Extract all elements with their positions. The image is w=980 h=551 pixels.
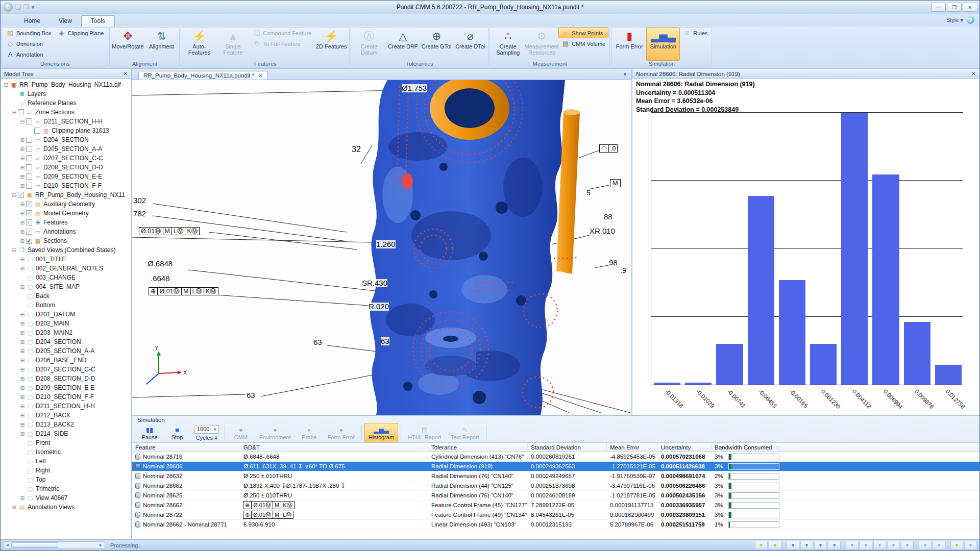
cycles-combobox[interactable]: 1000▾ (194, 425, 219, 434)
expand-icon[interactable]: ⊞ (19, 311, 26, 318)
table-row[interactable]: Nominal 28625Ø.250 ±.010THRURadial Dimen… (132, 491, 979, 500)
close-button[interactable]: ✕ (963, 3, 977, 12)
table-row[interactable]: Nominal 28716Ø.6848-.6648Cylindrical Dim… (132, 452, 979, 462)
annotation-button[interactable]: AAnnotation (3, 49, 55, 60)
curve-filter-icon[interactable]: ▼ (800, 541, 813, 549)
create-gtol-button[interactable]: ⊕Create GTol (420, 28, 453, 61)
tree-item-d207-section-c-c[interactable]: ⊞▱D207_SECTION_C-C (1, 154, 131, 163)
3d-viewport[interactable]: Ø1.753321.260SR.430R.020636363302782Ø.68… (132, 80, 631, 415)
expand-icon[interactable]: ⊞ (19, 229, 26, 235)
tree-item-003-change[interactable]: ▢003_CHANGE (1, 273, 131, 282)
rules-button[interactable]: ≡Rules (680, 28, 710, 38)
expand-icon[interactable]: ⊞ (19, 256, 26, 263)
part-filter-icon[interactable]: ▼ (964, 541, 977, 549)
cmm-volume-button[interactable]: ▤CMM Volume (558, 38, 608, 49)
show-points-button[interactable]: ☼Show Points (558, 28, 608, 38)
pause-button[interactable]: ▮▮Pause (136, 423, 163, 442)
app-logo-icon[interactable] (4, 3, 13, 12)
corner-filter-icon[interactable]: ▼ (860, 541, 872, 549)
tree-item-reference-planes[interactable]: ◇Reference Planes (1, 98, 131, 108)
expand-icon[interactable]: ⊞ (19, 265, 26, 272)
tree-item-d212-back[interactable]: ⊞▢D212_BACK (1, 411, 131, 420)
auto-features-button[interactable]: ⚡Auto-Features (182, 28, 216, 61)
tree-item-rr-pump-body-housing-nx11[interactable]: ⊟✓▣RR_Pump_Body_Housing_NX11 (1, 190, 131, 199)
expand-icon[interactable]: ⊞ (19, 412, 26, 419)
tab-home[interactable]: Home (15, 16, 50, 27)
bounding-box-button[interactable]: ▨Bounding Box (3, 28, 55, 38)
tree-checkbox[interactable]: ✓ (26, 201, 32, 207)
expand-icon[interactable]: ⊞ (19, 495, 26, 502)
tree-checkbox[interactable] (26, 164, 32, 170)
tree-item-rr-pump-body-housing-nx11a-qif[interactable]: ⊟▣RR_Pump_Body_Housing_NX11a.qif (1, 80, 131, 89)
tree-item-back[interactable]: ▢Back (1, 291, 131, 300)
tree-checkbox[interactable] (26, 137, 32, 143)
expand-icon[interactable]: ⊞ (19, 375, 26, 382)
table-row[interactable]: Nominal 28722⊕Ø.01ⓂMLⓂFeature Control Fr… (132, 510, 979, 520)
tree-checkbox[interactable] (18, 109, 24, 115)
column-header-bandwidth-consumed[interactable]: Bandwidth Consumed▽ (712, 443, 979, 452)
expand-icon[interactable]: ⊞ (19, 183, 26, 189)
tree-item-d210-section-f-f[interactable]: ⊞▢D210_SECTION_F-F (1, 392, 131, 402)
expand-icon[interactable]: ⊞ (19, 320, 26, 327)
document-tab-close-icon[interactable]: ✕ (258, 73, 262, 79)
filter-icon[interactable]: ▽ (776, 445, 780, 450)
table-row[interactable]: Nominal 28662⊕Ø.01ⓂMKⓂFeature Control Fr… (132, 500, 979, 510)
tree-item-saved-views-combined-states-[interactable]: ⊟❐Saved Views (Combined States) (1, 245, 131, 255)
tree-item-layers[interactable]: ≣Layers (1, 89, 131, 98)
tree-checkbox[interactable]: ✓ (26, 229, 32, 235)
form-error-button[interactable]: ▮Form Error (612, 28, 646, 61)
tree-item-002-general-notes[interactable]: ⊞▢002_GENERAL_NOTES (1, 264, 131, 273)
tree-item-d213-back2[interactable]: ⊞▢D213_BACK2 (1, 420, 131, 429)
histogram-panel-close-icon[interactable]: ✕ (971, 70, 976, 77)
expand-icon[interactable]: ⊞ (19, 348, 26, 355)
expand-icon[interactable]: ⊞ (19, 201, 26, 208)
collapse-icon[interactable]: ⊟ (3, 82, 10, 88)
tree-item-001-title[interactable]: ⊞▢001_TITLE (1, 255, 131, 264)
table-row[interactable]: Nominal 28632Ø.250 ±.010THRURadial Dimen… (132, 471, 979, 481)
scroll-right-icon[interactable]: ► (97, 543, 105, 547)
tree-item-d202-main[interactable]: ⊞▢D202_MAIN (1, 319, 131, 328)
plane-filter-icon[interactable]: ▼ (873, 541, 886, 549)
expand-icon[interactable]: ⊞ (11, 504, 18, 511)
tree-item-d205-section-a-a[interactable]: ⊞▱D205_SECTION_A-A (1, 144, 131, 154)
tree-item-d210-section-f-f[interactable]: ⊞▱D210_SECTION_F-F (1, 181, 131, 190)
tree-item-d206-base-end[interactable]: ⊞▢D206_BASE_END (1, 356, 131, 365)
tree-item-features[interactable]: ⊞✓✚Features (1, 218, 131, 227)
tree-item-d209-section-e-e[interactable]: ⊞▱D209_SECTION_E-E (1, 172, 131, 181)
table-row[interactable]: Nominal 28662Ø.1892 X.400 ↧Ø.1787-.1987X… (132, 481, 979, 491)
tree-item-zone-sections[interactable]: ⊟▱Zone Sections (1, 108, 131, 117)
tree-item-d211-section-h-h[interactable]: ⊞▢D211_SECTION_H-H (1, 402, 131, 411)
table-row[interactable]: Nominal 28606Ø.611-.631X .39-.41 ↧ ∨60° … (132, 462, 979, 471)
tree-item-annotations[interactable]: ⊞✓▭Annotations (1, 227, 131, 236)
clipping-plane-button[interactable]: ◈Clipping Plane (55, 28, 107, 38)
minimize-button[interactable]: — (931, 3, 946, 12)
collapse-icon[interactable]: ⊟ (11, 109, 18, 116)
tree-item-bottom[interactable]: ▢Bottom (1, 300, 131, 310)
tree-item-004-site-map[interactable]: ⊞▢004_SITE_MAP (1, 282, 131, 291)
stop-button[interactable]: ■Stop (164, 423, 190, 442)
solid-filter-icon[interactable]: ▼ (769, 541, 781, 549)
tree-checkbox[interactable]: ✓ (26, 238, 32, 244)
tree-item-right[interactable]: ▢Right (1, 466, 131, 475)
expand-icon[interactable]: ⊞ (19, 357, 26, 364)
tree-item-d208-section-d-d[interactable]: ⊞▢D208_SECTION_D-D (1, 374, 131, 383)
expand-icon[interactable]: ⊞ (19, 155, 26, 162)
tree-item-top[interactable]: ▢Top (1, 475, 131, 484)
tree-checkbox[interactable]: ✓ (18, 192, 24, 198)
expand-icon[interactable]: ⊞ (19, 330, 26, 336)
scrollbar-thumb[interactable] (11, 542, 58, 548)
tree-item-d211-section-h-h[interactable]: ⊟▱D211_SECTION_H-H (1, 117, 131, 126)
histogram-button[interactable]: ▂▅▃Histogram (364, 423, 398, 442)
tree-item-clipping-plane-31613[interactable]: ▥Clipping plane 31613 (1, 126, 131, 135)
tab-list-caret-icon[interactable]: ▼ (623, 72, 627, 77)
tree-checkbox[interactable] (26, 173, 32, 180)
qat-caret-icon[interactable]: ▾ (32, 4, 35, 11)
style-dropdown[interactable]: Style ▾ (946, 17, 963, 23)
tree-checkbox[interactable]: ✓ (26, 210, 32, 216)
2d-features-button[interactable]: ⚡2D Features (314, 28, 348, 61)
histogram-chart[interactable]: Nominal 28606: Radial Dimension (919)Unc… (632, 79, 979, 415)
tree-checkbox[interactable] (26, 118, 32, 124)
tree-item-trimetric[interactable]: ▢Trimetric (1, 484, 131, 493)
tree-item-d208-section-d-d[interactable]: ⊞▱D208_SECTION_D-D (1, 163, 131, 172)
column-header-gd-t[interactable]: GD&T (240, 443, 428, 452)
